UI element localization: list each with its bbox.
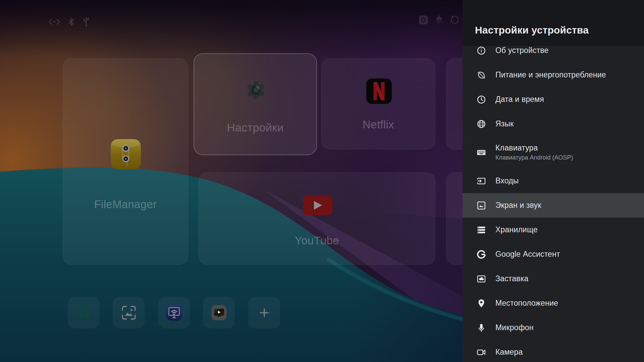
menu-item-microphone[interactable]: Микрофон (463, 315, 644, 340)
menu-item-language[interactable]: Язык (463, 112, 644, 136)
menu-item-inputs[interactable]: Входы (463, 169, 644, 193)
dock-app-drawer-button[interactable] (68, 297, 100, 328)
settings-shortcut-icon[interactable] (419, 15, 428, 25)
menu-item-location[interactable]: Местоположение (463, 291, 644, 315)
dock-add-app-button[interactable] (248, 297, 280, 328)
menu-item-text: Хранилище (495, 225, 538, 234)
input-icon (476, 176, 486, 186)
menu-item-text: Заставка (495, 274, 528, 283)
menu-item-text: Местоположение (495, 299, 558, 307)
tile-label: FileManager (63, 198, 188, 211)
menu-item-text: Экран и звук (495, 201, 541, 209)
netflix-icon (366, 78, 392, 104)
settings-gear-icon (244, 78, 268, 102)
filemanager-icon (110, 138, 142, 170)
location-icon (476, 298, 486, 308)
screen-cast-icon (165, 304, 183, 321)
dock-gallery-button[interactable] (113, 297, 145, 328)
dock-android-tv-button[interactable] (203, 297, 235, 328)
add-icon (256, 304, 273, 321)
camera-icon (476, 347, 486, 357)
panel-title: Настройки устройства (475, 24, 589, 36)
menu-item-text: Дата и время (495, 95, 544, 104)
status-icon-bar (48, 17, 90, 27)
quick-actions-bar (419, 15, 460, 25)
display-icon (476, 200, 486, 210)
menu-item-text: КлавиатураКлавиатура Android (AOSP) (495, 143, 573, 161)
keyboard-icon (476, 147, 486, 158)
usb-icon (82, 17, 90, 27)
refresh-icon[interactable] (450, 15, 460, 25)
screenshot-gallery-icon (120, 304, 137, 321)
device-settings-panel: Об устройствеПитание и энергопотребление… (463, 0, 644, 362)
info-icon (476, 46, 486, 56)
microphone-icon (476, 323, 486, 333)
menu-item-keyboard[interactable]: КлавиатураКлавиатура Android (AOSP) (463, 136, 644, 169)
menu-item-text: Микрофон (495, 323, 534, 332)
screensaver-icon (476, 274, 486, 284)
menu-item-storage[interactable]: Хранилище (463, 218, 644, 242)
panel-header: Настройки устройства (463, 0, 644, 46)
ethernet-icon (48, 17, 60, 26)
wallpaper-brush-icon[interactable] (434, 15, 444, 25)
storage-icon (476, 225, 486, 235)
menu-item-text: Об устройстве (495, 46, 549, 55)
tile-label: Netflix (322, 118, 435, 131)
leaf-icon (476, 70, 486, 80)
android-tv-icon (210, 304, 228, 321)
tile-netflix[interactable]: Netflix (321, 58, 435, 149)
menu-item-text: Google Ассистент (495, 250, 560, 258)
screen: FileManager Настройки (0, 0, 644, 362)
dock-screen-cast-button[interactable] (158, 297, 190, 328)
menu-item-text: Питание и энергопотребление (495, 70, 606, 79)
menu-item-display-sound[interactable]: Экран и звук (463, 193, 644, 218)
menu-item-datetime[interactable]: Дата и время (463, 87, 644, 112)
tile-filemanager[interactable]: FileManager (63, 58, 188, 265)
menu-item-screensaver[interactable]: Заставка (463, 266, 644, 291)
youtube-icon (303, 195, 332, 215)
menu-item-power[interactable]: Питание и энергопотребление (463, 63, 644, 87)
menu-item-text: Камера (495, 348, 523, 356)
bluetooth-icon (68, 17, 75, 26)
menu-item-camera[interactable]: Камера (463, 340, 644, 362)
tile-settings[interactable]: Настройки (194, 53, 317, 155)
google-g-icon (476, 249, 486, 259)
settings-menu-list: Об устройствеПитание и энергопотребление… (463, 0, 644, 362)
globe-icon (476, 119, 486, 129)
tile-label: YouTube (199, 234, 435, 247)
tile-youtube[interactable]: YouTube (199, 172, 435, 265)
tile-label: Настройки (194, 121, 316, 134)
menu-item-text: Входы (495, 176, 519, 185)
app-drawer-icon (75, 304, 92, 321)
menu-item-google-assistant[interactable]: Google Ассистент (463, 242, 644, 266)
menu-item-text: Язык (495, 119, 514, 128)
clock-icon (476, 95, 486, 105)
